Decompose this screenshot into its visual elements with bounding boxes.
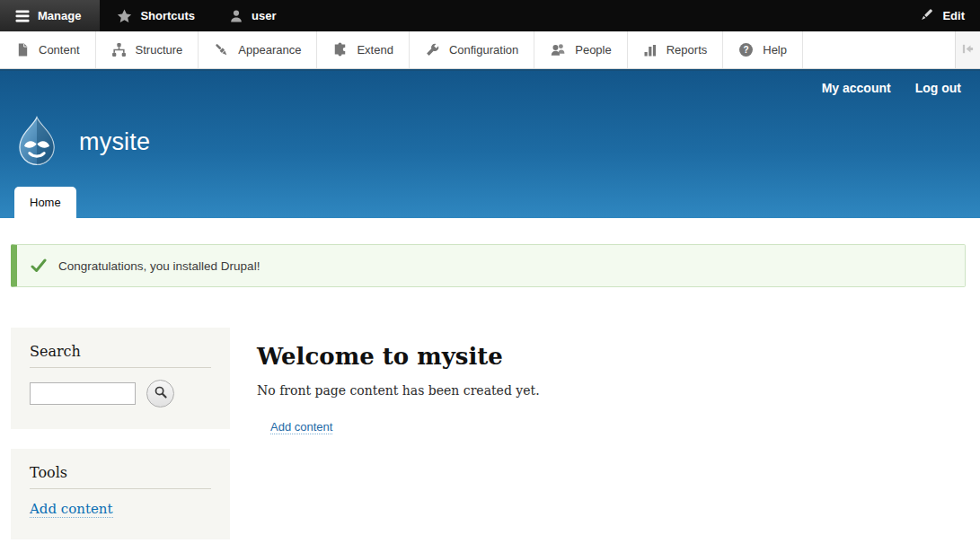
people-icon bbox=[550, 42, 566, 57]
tab-label: Content bbox=[39, 43, 80, 57]
tab-label: Structure bbox=[136, 43, 183, 57]
tab-configuration[interactable]: Configuration bbox=[410, 31, 534, 68]
tab-extend[interactable]: Extend bbox=[317, 31, 409, 68]
block-divider bbox=[30, 488, 211, 489]
search-block: Search bbox=[11, 328, 230, 429]
tools-block: Tools Add content bbox=[11, 449, 230, 539]
primary-tabs: Home bbox=[14, 187, 76, 218]
tab-home[interactable]: Home bbox=[14, 187, 76, 218]
empty-front-page-text: No front page content has been created y… bbox=[257, 383, 969, 398]
tab-label: Configuration bbox=[449, 43, 518, 57]
site-header: My account Log out mysite Home bbox=[0, 69, 980, 218]
tools-add-content-link[interactable]: Add content bbox=[30, 501, 113, 518]
user-tab-label: user bbox=[252, 9, 276, 22]
sidebar: Search Tools Add content bbox=[11, 328, 230, 552]
site-branding: mysite bbox=[11, 116, 150, 168]
secondary-menu: My account Log out bbox=[822, 81, 961, 95]
file-icon bbox=[16, 42, 30, 57]
paintbrush-icon bbox=[214, 42, 229, 57]
my-account-link[interactable]: My account bbox=[822, 81, 891, 95]
bar-chart-icon bbox=[643, 42, 658, 57]
collapse-tray-button[interactable] bbox=[955, 31, 980, 68]
manage-tab[interactable]: Manage bbox=[0, 0, 100, 31]
site-name[interactable]: mysite bbox=[79, 128, 150, 156]
search-input[interactable] bbox=[30, 382, 136, 405]
user-icon bbox=[229, 9, 243, 23]
tab-help[interactable]: ? Help bbox=[723, 31, 803, 68]
svg-text:?: ? bbox=[744, 45, 749, 55]
tab-label: Help bbox=[763, 43, 787, 57]
sitemap-icon bbox=[111, 42, 127, 57]
admin-menu-tabs: Content Structure Appearance Extend Conf… bbox=[0, 31, 803, 68]
tab-label: Reports bbox=[667, 43, 708, 57]
status-message-text: Congratulations, you installed Drupal! bbox=[58, 259, 260, 273]
add-content-action-link[interactable]: Add content bbox=[270, 420, 332, 434]
wrench-icon bbox=[425, 42, 440, 57]
tab-appearance[interactable]: Appearance bbox=[199, 31, 317, 68]
pencil-icon bbox=[919, 7, 934, 25]
star-icon bbox=[117, 9, 132, 23]
search-submit-button[interactable] bbox=[146, 380, 174, 407]
search-block-title: Search bbox=[30, 343, 211, 360]
content-region: Welcome to mysite No front page content … bbox=[257, 328, 969, 552]
block-divider bbox=[30, 367, 211, 368]
tools-block-title: Tools bbox=[30, 464, 211, 481]
question-icon: ? bbox=[738, 42, 754, 57]
drupal-drop-logo[interactable] bbox=[11, 116, 63, 168]
user-tab[interactable]: user bbox=[212, 0, 293, 31]
admin-toolbar-tray: Content Structure Appearance Extend Conf… bbox=[0, 31, 980, 69]
main-content-area: Congratulations, you installed Drupal! S… bbox=[0, 244, 980, 552]
tab-content[interactable]: Content bbox=[0, 31, 96, 68]
tab-structure[interactable]: Structure bbox=[96, 31, 199, 68]
shortcuts-tab-label: Shortcuts bbox=[140, 9, 195, 22]
edit-button[interactable]: Edit bbox=[904, 0, 980, 31]
status-message: Congratulations, you installed Drupal! bbox=[11, 244, 966, 287]
collapse-arrow-icon bbox=[961, 42, 975, 58]
admin-toolbar-bar: Manage Shortcuts user Edit bbox=[0, 0, 980, 31]
page-layout: Search Tools Add content Welcome to bbox=[11, 328, 969, 552]
magnifier-icon bbox=[154, 385, 168, 402]
tab-people[interactable]: People bbox=[534, 31, 627, 68]
page-title: Welcome to mysite bbox=[257, 343, 969, 370]
tab-label: Extend bbox=[357, 43, 393, 57]
checkmark-icon bbox=[31, 258, 47, 273]
puzzle-icon bbox=[332, 42, 348, 57]
edit-button-label: Edit bbox=[942, 9, 965, 22]
hamburger-icon bbox=[15, 10, 30, 22]
admin-toolbar-left: Manage Shortcuts user bbox=[0, 0, 294, 31]
tab-label: Appearance bbox=[238, 43, 301, 57]
manage-tab-label: Manage bbox=[38, 9, 81, 22]
log-out-link[interactable]: Log out bbox=[915, 81, 961, 95]
tab-reports[interactable]: Reports bbox=[628, 31, 724, 68]
tab-label: People bbox=[575, 43, 611, 57]
shortcuts-tab[interactable]: Shortcuts bbox=[100, 0, 212, 31]
